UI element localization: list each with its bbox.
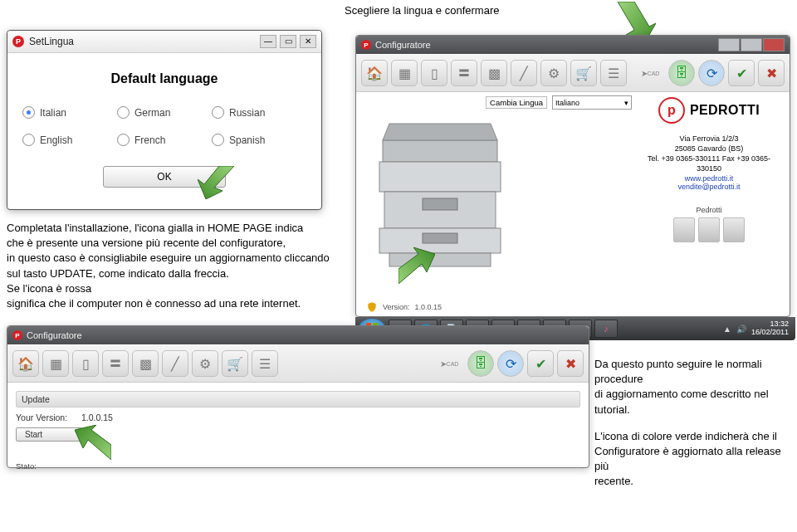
brand-email-link[interactable]: vendite@pedrotti.it (638, 183, 780, 191)
cfg-title-text: Configuratore (375, 40, 718, 50)
p-line: in questo caso è consigliabile eseguire … (7, 251, 347, 266)
toolbar-parts-icon[interactable]: ▦ (42, 350, 69, 377)
toolbar-confirm-icon[interactable]: ✔ (728, 60, 755, 86)
lang-option-spanish[interactable]: Spanish (212, 134, 306, 146)
toolbar-drum-icon[interactable]: ▯ (421, 60, 447, 86)
product-thumb[interactable] (698, 217, 720, 242)
setlingua-window: P SetLingua — ▭ ✕ Default language Itali… (7, 30, 322, 210)
toolbar-cancel-icon[interactable]: ✖ (557, 350, 584, 377)
instruction-top: Scegliere la lingua e confermare (345, 3, 499, 18)
cfg-icon: P (361, 40, 371, 50)
toolbar-tower-icon[interactable]: ▩ (132, 350, 159, 377)
cambia-lingua-select[interactable]: Italiano ▾ (552, 95, 632, 110)
minimize-button[interactable] (718, 38, 740, 51)
toolbar-confirm-icon[interactable]: ✔ (527, 350, 554, 377)
toolbar-refresh-icon[interactable]: ⟳ (497, 350, 524, 377)
cfg2-title-text: Configuratore (27, 330, 584, 340)
radio-icon (22, 134, 35, 146)
toolbar-database-icon[interactable]: 🗄 (467, 350, 494, 377)
lang-option-english[interactable]: English (22, 134, 117, 146)
toolbar-list-icon[interactable]: ☰ (600, 60, 627, 86)
toolbar-tools-icon[interactable]: ⚙ (192, 350, 218, 377)
chevron-down-icon: ▾ (624, 99, 628, 107)
addr-line: Tel. +39 0365-330111 Fax +39 0365-330150 (638, 154, 780, 173)
lang-option-italian[interactable]: Italian (22, 106, 117, 119)
cfg-icon: P (12, 330, 22, 340)
cfg2-titlebar: P Configuratore (7, 326, 589, 344)
toolbar-parts-icon[interactable]: ▦ (391, 60, 418, 86)
toolbar-home-icon[interactable]: 🏠 (12, 350, 39, 377)
lang-option-german[interactable]: German (117, 106, 212, 119)
toolbar-augers-icon[interactable]: ╱ (511, 60, 537, 86)
cfg-titlebar: P Configuratore (356, 36, 790, 54)
taskbar-clock[interactable]: 13:32 16/02/2011 (751, 320, 792, 337)
maximize-button[interactable] (741, 38, 762, 51)
arrow-to-version (398, 247, 435, 284)
brand-name: PEDROTTI (690, 103, 760, 118)
toolbar-cart-icon[interactable]: 🛒 (222, 350, 248, 377)
lang-option-french[interactable]: French (117, 134, 212, 146)
toolbar-refresh-icon[interactable]: ⟳ (698, 60, 725, 86)
toolbar-list-icon[interactable]: ☰ (252, 350, 278, 377)
svg-rect-9 (423, 233, 457, 243)
toolbar-home-icon[interactable]: 🏠 (361, 60, 388, 86)
radio-icon (117, 134, 130, 146)
tray-icon[interactable]: ▲ (723, 325, 731, 334)
version-label: Version: (383, 303, 410, 311)
cfg2-toolbar: 🏠 ▦ ▯ 〓 ▩ ╱ ⚙ 🛒 ☰ ➤CAD 🗄 ⟳ ✔ ✖ (7, 344, 589, 383)
version-value: 1.0.0.15 (415, 303, 443, 311)
toolbar-database-icon[interactable]: 🗄 (668, 60, 695, 86)
setlingua-titlebar: P SetLingua — ▭ ✕ (7, 31, 321, 53)
toolbar-drum-icon[interactable]: ▯ (72, 350, 99, 377)
minimize-button[interactable]: — (260, 35, 276, 48)
cambia-lingua-label: Cambia Lingua (486, 96, 547, 109)
brand-address: Via Ferrovia 1/2/3 25085 Gavardo (BS) Te… (638, 134, 780, 174)
toolbar-augers-icon[interactable]: ╱ (162, 350, 188, 377)
brand-site-link[interactable]: www.pedrotti.it (638, 174, 780, 183)
product-thumb[interactable] (673, 217, 695, 242)
close-button[interactable] (763, 38, 785, 51)
tray-icon[interactable]: 🔊 (736, 325, 746, 334)
version-row: Version: 1.0.0.15 (366, 301, 442, 313)
addr-line: 25085 Gavardo (BS) (638, 144, 780, 154)
instruction-paragraph: Completata l'installazione, l'icona gial… (7, 221, 347, 311)
radio-icon (212, 106, 224, 119)
product-thumb[interactable] (723, 217, 745, 242)
start-update-button[interactable]: Start (16, 427, 82, 442)
taskbar-app[interactable]: ♪ (594, 320, 618, 338)
toolbar-cancel-icon[interactable]: ✖ (758, 60, 785, 86)
close-button[interactable]: ✕ (300, 35, 316, 48)
svg-rect-2 (383, 140, 497, 162)
toolbar-cad-icon[interactable]: ➤CAD (635, 61, 665, 85)
lang-label: English (40, 134, 72, 146)
cambia-lingua-value: Italiano (555, 99, 579, 107)
r-line: L'icona di colore verde indicherà che il (594, 429, 792, 444)
instruction-right: Da questo punto seguire le normali proce… (594, 357, 792, 490)
addr-line: Via Ferrovia 1/2/3 (638, 134, 780, 144)
radio-icon (22, 106, 35, 119)
brand-sublabel: Pedrotti (638, 206, 780, 214)
svg-rect-3 (379, 162, 501, 192)
toolbar-column-icon[interactable]: 〓 (451, 60, 477, 86)
toolbar-tower-icon[interactable]: ▩ (481, 60, 507, 86)
r-line (594, 417, 792, 429)
shield-icon (366, 301, 378, 313)
maximize-button[interactable]: ▭ (280, 35, 296, 48)
toolbar-tools-icon[interactable]: ⚙ (540, 60, 567, 86)
toolbar-column-icon[interactable]: 〓 (102, 350, 129, 377)
toolbar-cart-icon[interactable]: 🛒 (570, 60, 597, 86)
r-line: recente. (594, 474, 792, 489)
brand-block: p PEDROTTI Via Ferrovia 1/2/3 25085 Gava… (638, 97, 780, 242)
svg-marker-1 (198, 166, 234, 199)
svg-marker-10 (398, 247, 435, 284)
p-line: che è presente una versione più recente … (7, 236, 347, 251)
product-illustration (374, 115, 506, 271)
cfg-toolbar: 🏠 ▦ ▯ 〓 ▩ ╱ ⚙ 🛒 ☰ ➤CAD 🗄 ⟳ ✔ ✖ (356, 54, 790, 92)
toolbar-cad-icon[interactable]: ➤CAD (434, 351, 464, 376)
lang-option-russian[interactable]: Russian (212, 106, 306, 119)
radio-icon (212, 134, 224, 146)
lang-label: German (134, 107, 170, 119)
taskbar-date: 16/02/2011 (751, 329, 789, 337)
arrow-to-start (75, 425, 111, 460)
p-line: Se l'icona è rossa (7, 281, 347, 296)
